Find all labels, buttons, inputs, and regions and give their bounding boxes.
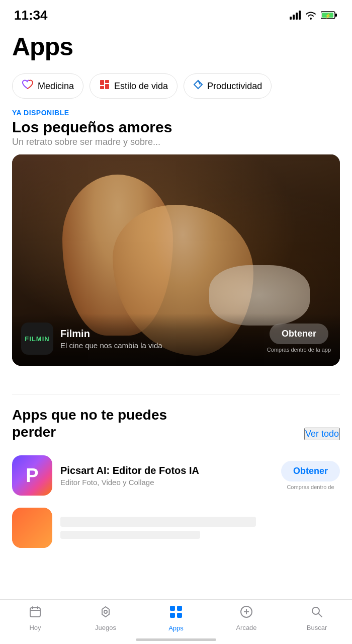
- svg-rect-0: [290, 17, 292, 20]
- hoy-icon: [29, 605, 42, 622]
- status-icons: ⚡: [290, 11, 338, 20]
- picsart-purchase-note: Compras dentro de: [287, 484, 334, 491]
- svg-rect-6: [335, 14, 337, 17]
- filmin-purchase-note: Compras dentro de la app: [267, 346, 331, 353]
- svg-marker-13: [194, 80, 202, 89]
- svg-rect-1: [293, 15, 295, 20]
- buscar-icon: [310, 605, 323, 622]
- svg-rect-20: [170, 606, 175, 611]
- wifi-icon: [305, 11, 317, 20]
- apps-icon: [169, 605, 183, 622]
- filmin-app-desc: El cine que nos cambia la vida: [60, 341, 260, 350]
- svg-rect-15: [30, 608, 40, 617]
- tab-bar: Hoy Juegos Apps: [0, 599, 352, 644]
- tab-buscar-label: Buscar: [307, 624, 327, 631]
- featured-section: YA DISPONIBLE Los pequeños amores Un ret…: [0, 109, 352, 366]
- list-item-next-partial: [12, 502, 340, 554]
- status-time: 11:34: [14, 8, 48, 23]
- svg-point-4: [310, 18, 312, 20]
- must-have-section: Apps que no te puedes perder Ver todo P …: [0, 407, 352, 554]
- tab-hoy-label: Hoy: [29, 624, 41, 631]
- svg-rect-11: [105, 80, 109, 83]
- filmin-app-icon: FILMIN: [21, 323, 53, 355]
- pill-medicina-label: Medicina: [38, 81, 74, 92]
- picsart-obtain-area: Obtener Compras dentro de: [281, 461, 340, 491]
- svg-text:⚡: ⚡: [325, 13, 331, 19]
- tab-juegos-label: Juegos: [95, 624, 116, 631]
- svg-rect-10: [100, 86, 104, 89]
- pill-estilo[interactable]: Estilo de vida: [90, 73, 178, 99]
- tab-juegos[interactable]: Juegos: [70, 605, 141, 631]
- next-app-info: [60, 517, 340, 539]
- filmin-obtain-area: Obtener Compras dentro de la app: [267, 324, 331, 353]
- picsart-app-icon: P: [12, 455, 52, 496]
- section-title: Apps que no te puedes perder: [12, 407, 203, 440]
- svg-rect-23: [177, 613, 182, 618]
- picsart-app-subtitle: Editor Foto, Video y Collage: [60, 478, 273, 487]
- svg-rect-9: [100, 80, 104, 85]
- svg-rect-3: [299, 11, 301, 20]
- estilo-icon: [99, 79, 110, 93]
- medicina-icon: [22, 79, 34, 93]
- signal-icon: [290, 11, 301, 20]
- picsart-obtener-button[interactable]: Obtener: [281, 461, 340, 481]
- svg-rect-12: [105, 84, 109, 89]
- tab-hoy[interactable]: Hoy: [0, 605, 70, 631]
- picsart-app-info: Picsart AI: Editor de Fotos IA Editor Fo…: [60, 465, 273, 487]
- tab-arcade-label: Arcade: [236, 624, 256, 631]
- filmin-obtener-button[interactable]: Obtener: [270, 324, 328, 344]
- svg-line-27: [319, 614, 322, 617]
- filmin-app-name: Filmin: [60, 328, 260, 340]
- svg-point-19: [104, 610, 107, 613]
- featured-label: YA DISPONIBLE: [12, 109, 340, 117]
- svg-rect-22: [170, 613, 175, 618]
- home-indicator: [136, 638, 216, 641]
- category-pills: Medicina Estilo de vida Productividad: [0, 69, 352, 109]
- tab-arcade[interactable]: Arcade: [211, 605, 282, 631]
- card-bottom: FILMIN Filmin El cine que nos cambia la …: [12, 313, 340, 366]
- next-app-icon: [12, 508, 52, 548]
- battery-icon: ⚡: [321, 11, 338, 20]
- picsart-app-name: Picsart AI: Editor de Fotos IA: [60, 465, 273, 476]
- section-divider: [12, 394, 340, 394]
- featured-title: Los pequeños amores: [12, 119, 340, 136]
- header: Apps: [0, 27, 352, 69]
- pill-medicina[interactable]: Medicina: [12, 73, 83, 99]
- featured-card[interactable]: FILMIN Filmin El cine que nos cambia la …: [12, 154, 340, 366]
- page-title: Apps: [12, 32, 340, 61]
- product-icon: [193, 79, 203, 93]
- svg-rect-2: [296, 13, 298, 20]
- featured-subtitle: Un retrato sobre ser madre y sobre...: [12, 137, 340, 147]
- section-header: Apps que no te puedes perder Ver todo: [12, 407, 340, 440]
- list-item-picsart[interactable]: P Picsart AI: Editor de Fotos IA Editor …: [12, 449, 340, 502]
- pill-estilo-label: Estilo de vida: [114, 81, 168, 92]
- pill-productividad-label: Productividad: [207, 81, 262, 92]
- status-bar: 11:34 ⚡: [0, 0, 352, 27]
- pill-productividad[interactable]: Productividad: [184, 73, 272, 99]
- juegos-icon: [99, 605, 112, 622]
- tab-apps-label: Apps: [168, 624, 184, 632]
- svg-rect-21: [177, 606, 182, 611]
- tab-buscar[interactable]: Buscar: [282, 605, 352, 631]
- ver-todo-button[interactable]: Ver todo: [304, 428, 340, 440]
- arcade-icon: [240, 605, 253, 622]
- tab-apps[interactable]: Apps: [141, 605, 211, 632]
- filmin-app-info: Filmin El cine que nos cambia la vida: [60, 328, 260, 350]
